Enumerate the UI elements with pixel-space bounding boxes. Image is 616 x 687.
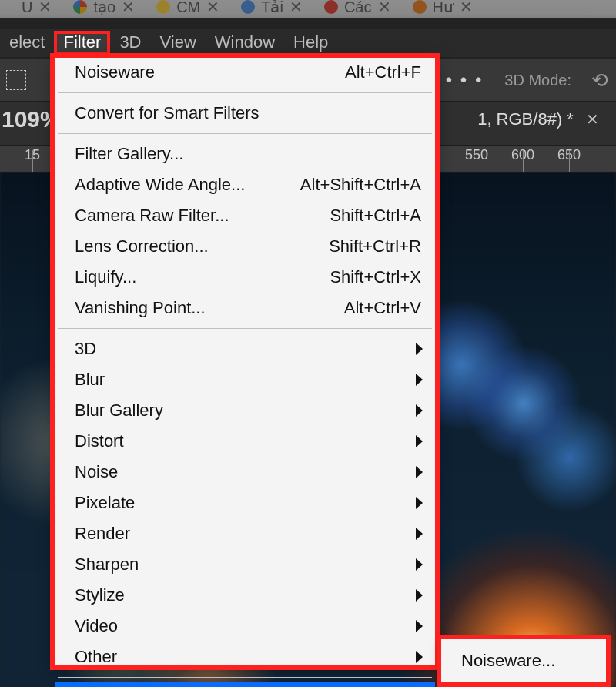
submenu-arrow-icon — [416, 558, 423, 571]
menu-help[interactable]: Help — [284, 31, 337, 55]
submenu-arrow-icon — [416, 435, 423, 447]
submenu-arrow-icon — [416, 374, 423, 386]
menu-item[interactable]: Sharpen — [55, 549, 435, 580]
menu-item[interactable]: Convert for Smart Filters — [55, 98, 435, 129]
browser-tab[interactable]: Hư✕ — [413, 0, 473, 16]
menu-item[interactable]: Pixelate — [55, 488, 435, 518]
menu-item[interactable]: Video — [55, 611, 435, 642]
menu-3d[interactable]: 3D — [110, 31, 150, 55]
menu-item[interactable]: 3D — [55, 333, 435, 364]
submenu-arrow-icon — [416, 620, 423, 632]
menu-item-label: Blur — [75, 369, 105, 390]
menu-item-label: Noise — [75, 461, 118, 483]
browser-tab[interactable]: U✕ — [22, 0, 52, 16]
menu-elect[interactable]: elect — [0, 31, 54, 55]
ruler-tick: 600 — [511, 147, 534, 163]
submenu-arrow-icon — [416, 651, 423, 663]
close-icon[interactable]: ✕ — [378, 0, 391, 16]
menu-bar: electFilter3DViewWindowHelp — [0, 29, 616, 57]
close-icon[interactable]: ✕ — [122, 0, 135, 16]
menu-item[interactable]: Lens Correction...Shift+Ctrl+R — [55, 231, 435, 262]
menu-item-label: Sharpen — [75, 554, 139, 575]
favicon-icon — [413, 0, 427, 14]
orbit-icon[interactable]: ⟲ — [591, 69, 616, 92]
menu-item-shortcut: Shift+Ctrl+A — [330, 205, 421, 226]
browser-tab[interactable]: tạo✕ — [73, 0, 135, 16]
close-icon[interactable]: ✕ — [38, 0, 52, 16]
close-icon[interactable]: ✕ — [586, 111, 599, 128]
menu-item[interactable]: Adaptive Wide Angle...Alt+Shift+Ctrl+A — [55, 169, 435, 200]
close-icon[interactable]: ✕ — [206, 0, 219, 16]
menu-item[interactable]: Distort — [55, 426, 435, 457]
menu-item-label: Noiseware — [75, 62, 155, 83]
favicon-icon — [241, 0, 255, 14]
menu-item[interactable]: Blur Gallery — [55, 395, 435, 426]
menu-item-label: Filter Gallery... — [75, 143, 183, 165]
menu-item[interactable]: Vanishing Point...Alt+Ctrl+V — [55, 293, 435, 323]
mode-label: 3D Mode: — [504, 72, 576, 89]
submenu-arrow-icon — [416, 404, 423, 417]
menu-item[interactable]: Liquify...Shift+Ctrl+X — [55, 262, 435, 293]
browser-tab-label: Hư — [433, 0, 454, 16]
browser-tab-label: U — [22, 0, 32, 16]
browser-tab-label: Các — [344, 0, 372, 16]
browser-tab-label: tạo — [93, 0, 116, 16]
menu-item-label: Blur Gallery — [75, 400, 163, 421]
menu-item-label: Pixelate — [75, 492, 135, 514]
menu-filter[interactable]: Filter — [54, 31, 110, 55]
menu-item[interactable]: Camera Raw Filter...Shift+Ctrl+A — [55, 200, 435, 231]
zoom-level[interactable]: 109% — [0, 106, 61, 132]
browser-tab[interactable]: CM✕ — [156, 0, 219, 16]
browser-tab[interactable]: Tải✕ — [241, 0, 303, 16]
menu-item[interactable]: Imagenomic — [55, 682, 435, 687]
overflow-dots-icon[interactable]: • • • — [446, 69, 490, 91]
document-tab-label: 1, RGB/8#) * — [477, 109, 574, 129]
menu-item-shortcut: Alt+Ctrl+F — [345, 62, 421, 83]
marquee-tool-icon[interactable] — [6, 70, 26, 90]
submenu-arrow-icon — [416, 466, 423, 478]
favicon-icon — [156, 0, 170, 14]
browser-tab-label: Tải — [261, 0, 283, 16]
imagenomic-submenu: Noiseware... — [440, 638, 607, 683]
submenu-item[interactable]: Noiseware... — [441, 646, 606, 675]
menu-item-label: Render — [75, 523, 130, 545]
menu-item-label: Other — [75, 646, 117, 668]
menu-item-label: Distort — [75, 431, 124, 452]
submenu-arrow-icon — [416, 589, 423, 602]
menu-item[interactable]: Other — [55, 642, 435, 672]
ruler-tick: 15 — [25, 147, 40, 163]
submenu-arrow-icon — [416, 343, 423, 355]
menu-item-label: Adaptive Wide Angle... — [75, 174, 245, 196]
menu-item-label: 3D — [75, 338, 96, 360]
browser-tab[interactable]: Các✕ — [324, 0, 391, 16]
document-tab[interactable]: 1, RGB/8#) * ✕ — [477, 109, 599, 129]
menu-item-label: Liquify... — [75, 266, 136, 288]
menu-item-shortcut: Shift+Ctrl+X — [330, 266, 421, 288]
menu-item[interactable]: Render — [55, 518, 435, 549]
menu-view[interactable]: View — [151, 31, 206, 55]
browser-tabs: U✕tạo✕CM✕Tải✕Các✕Hư✕ — [0, 0, 616, 18]
submenu-arrow-icon — [416, 528, 423, 540]
menu-item-label: Camera Raw Filter... — [75, 205, 229, 226]
ruler-tick: 550 — [465, 147, 488, 163]
menu-item[interactable]: NoisewareAlt+Ctrl+F — [55, 57, 435, 88]
menu-item-shortcut: Alt+Shift+Ctrl+A — [300, 174, 421, 196]
menu-window[interactable]: Window — [206, 31, 284, 55]
menu-item[interactable]: Noise — [55, 457, 435, 488]
close-icon[interactable]: ✕ — [290, 0, 303, 16]
favicon-icon — [73, 0, 87, 14]
menu-item[interactable]: Stylize — [55, 580, 435, 611]
menu-item-label: Stylize — [75, 585, 125, 606]
ruler-tick: 650 — [557, 147, 581, 163]
menu-item-label: Convert for Smart Filters — [75, 102, 259, 124]
menu-item-shortcut: Shift+Ctrl+R — [329, 236, 421, 257]
menu-item[interactable]: Filter Gallery... — [55, 139, 435, 169]
menu-item-label: Video — [75, 615, 118, 637]
close-icon[interactable]: ✕ — [460, 0, 473, 16]
menu-item-label: Lens Correction... — [75, 236, 209, 257]
menu-item-label: Vanishing Point... — [75, 297, 206, 319]
menu-item[interactable]: Blur — [55, 364, 435, 395]
menu-item-shortcut: Alt+Ctrl+V — [344, 297, 421, 319]
filter-menu-dropdown: NoisewareAlt+Ctrl+FConvert for Smart Fil… — [54, 57, 436, 666]
submenu-arrow-icon — [416, 497, 423, 509]
